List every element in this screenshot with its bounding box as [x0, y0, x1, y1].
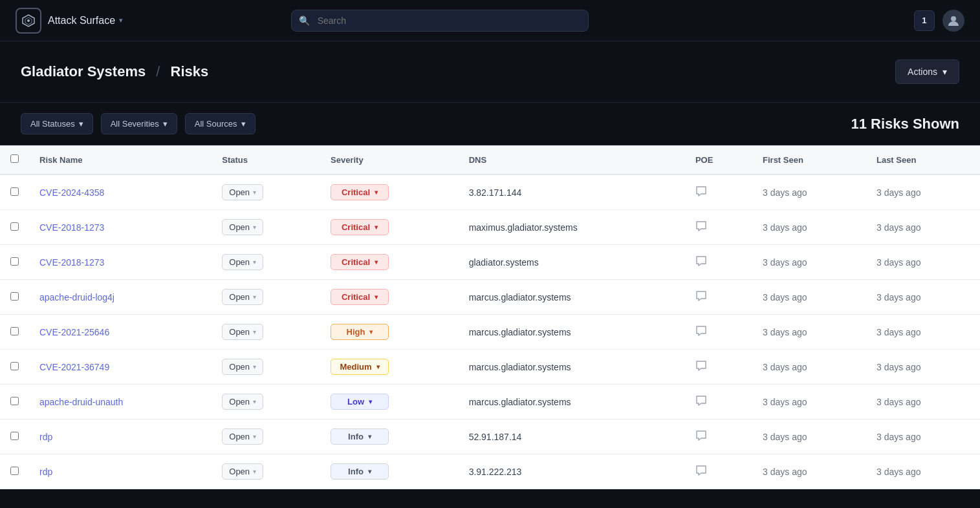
filters-bar: All Statuses ▾ All Severities ▾ All Sour… — [0, 103, 980, 145]
row-checkbox[interactable] — [10, 187, 19, 196]
logo-wrap: Attack Surface ▾ — [16, 8, 123, 34]
severity-badge[interactable]: High ▾ — [331, 324, 389, 340]
status-badge[interactable]: Open ▾ — [222, 219, 263, 235]
comment-icon[interactable] — [695, 363, 707, 374]
status-badge[interactable]: Open ▾ — [222, 254, 263, 270]
select-all-checkbox[interactable] — [10, 154, 19, 163]
row-checkbox-cell[interactable] — [0, 175, 29, 210]
notification-badge[interactable]: 1 — [914, 10, 935, 31]
row-checkbox[interactable] — [10, 257, 19, 266]
table-row: CVE-2018-1273 Open ▾ Critical ▾ gladiato… — [0, 245, 980, 280]
risk-link[interactable]: CVE-2018-1273 — [39, 222, 104, 233]
row-checkbox-cell[interactable] — [0, 280, 29, 315]
row-checkbox-cell[interactable] — [0, 350, 29, 385]
risks-table-container: Risk Name Status Severity DNS POE First … — [0, 145, 980, 489]
severity-badge[interactable]: Info ▾ — [331, 429, 389, 445]
row-risk-name: CVE-2021-36749 — [29, 350, 212, 385]
comment-icon[interactable] — [695, 293, 707, 304]
row-poe[interactable] — [685, 175, 752, 210]
col-risk-name: Risk Name — [29, 145, 212, 175]
row-dns: marcus.gladiator.systems — [459, 280, 685, 315]
search-input[interactable] — [291, 10, 589, 32]
row-dns: 3.82.171.144 — [459, 175, 685, 210]
row-last-seen: 3 days ago — [866, 210, 980, 245]
row-status: Open ▾ — [212, 175, 320, 210]
header-select-all[interactable] — [0, 145, 29, 175]
user-avatar[interactable] — [942, 10, 964, 32]
row-first-seen: 3 days ago — [752, 350, 866, 385]
risk-link[interactable]: CVE-2021-25646 — [39, 327, 109, 337]
row-dns: marcus.gladiator.systems — [459, 385, 685, 419]
row-checkbox-cell[interactable] — [0, 315, 29, 350]
risk-link[interactable]: rdp — [39, 432, 52, 442]
severity-badge[interactable]: Info ▾ — [331, 463, 389, 480]
row-checkbox[interactable] — [10, 432, 19, 440]
comment-icon[interactable] — [695, 328, 707, 339]
comment-icon[interactable] — [695, 432, 707, 443]
row-poe[interactable] — [685, 385, 752, 419]
status-badge[interactable]: Open ▾ — [222, 394, 263, 410]
status-badge[interactable]: Open ▾ — [222, 429, 263, 445]
risk-link[interactable]: CVE-2018-1273 — [39, 257, 104, 268]
risk-link[interactable]: CVE-2021-36749 — [39, 362, 109, 372]
severity-badge[interactable]: Low ▾ — [331, 394, 389, 410]
row-checkbox[interactable] — [10, 467, 19, 475]
row-checkbox[interactable] — [10, 222, 19, 231]
row-checkbox-cell[interactable] — [0, 210, 29, 245]
risk-link[interactable]: CVE-2024-4358 — [39, 187, 104, 198]
status-chevron-icon: ▾ — [253, 224, 256, 231]
row-risk-name: CVE-2018-1273 — [29, 210, 212, 245]
risk-link[interactable]: apache-druid-unauth — [39, 397, 123, 407]
row-poe[interactable] — [685, 350, 752, 385]
row-severity: Critical ▾ — [320, 210, 459, 245]
row-dns: gladiator.systems — [459, 245, 685, 280]
status-badge[interactable]: Open ▾ — [222, 359, 263, 375]
filter-statuses[interactable]: All Statuses ▾ — [21, 113, 93, 134]
row-checkbox-cell[interactable] — [0, 245, 29, 280]
severity-chevron-icon: ▾ — [368, 468, 371, 475]
table-body: CVE-2024-4358 Open ▾ Critical ▾ 3.82.171… — [0, 175, 980, 489]
row-checkbox-cell[interactable] — [0, 385, 29, 419]
severity-badge[interactable]: Critical ▾ — [331, 254, 389, 270]
comment-icon[interactable] — [695, 188, 707, 199]
row-checkbox[interactable] — [10, 362, 19, 370]
comment-icon[interactable] — [695, 397, 707, 408]
row-poe[interactable] — [685, 245, 752, 280]
risk-link[interactable]: rdp — [39, 467, 52, 477]
filter-sources[interactable]: All Sources ▾ — [185, 113, 256, 134]
status-badge[interactable]: Open ▾ — [222, 463, 263, 480]
sources-label: All Sources — [195, 119, 237, 129]
row-status: Open ▾ — [212, 280, 320, 315]
severity-chevron-icon: ▾ — [368, 433, 371, 440]
row-poe[interactable] — [685, 315, 752, 350]
row-poe[interactable] — [685, 280, 752, 315]
risk-link[interactable]: apache-druid-log4j — [39, 292, 114, 302]
row-checkbox[interactable] — [10, 292, 19, 301]
row-poe[interactable] — [685, 454, 752, 489]
comment-icon[interactable] — [695, 467, 707, 478]
row-risk-name: CVE-2018-1273 — [29, 245, 212, 280]
row-checkbox[interactable] — [10, 397, 19, 405]
row-poe[interactable] — [685, 419, 752, 454]
filter-severities[interactable]: All Severities ▾ — [101, 113, 177, 134]
status-badge[interactable]: Open ▾ — [222, 289, 263, 305]
breadcrumb: Gladiator Systems / Risks — [21, 63, 208, 80]
status-badge[interactable]: Open ▾ — [222, 324, 263, 340]
table-row: apache-druid-unauth Open ▾ Low ▾ marcus.… — [0, 385, 980, 419]
col-severity: Severity — [320, 145, 459, 175]
status-badge[interactable]: Open ▾ — [222, 184, 263, 200]
comment-icon[interactable] — [695, 223, 707, 234]
severity-badge[interactable]: Critical ▾ — [331, 184, 389, 200]
row-checkbox[interactable] — [10, 327, 19, 335]
severity-badge[interactable]: Medium ▾ — [331, 359, 389, 375]
comment-icon[interactable] — [695, 258, 707, 269]
row-checkbox-cell[interactable] — [0, 419, 29, 454]
svg-point-2 — [27, 19, 30, 22]
actions-button[interactable]: Actions ▾ — [895, 59, 959, 84]
brand-label[interactable]: Attack Surface ▾ — [48, 15, 123, 26]
severity-badge[interactable]: Critical ▾ — [331, 289, 389, 305]
row-checkbox-cell[interactable] — [0, 454, 29, 489]
severity-badge[interactable]: Critical ▾ — [331, 219, 389, 235]
row-poe[interactable] — [685, 210, 752, 245]
row-status: Open ▾ — [212, 350, 320, 385]
